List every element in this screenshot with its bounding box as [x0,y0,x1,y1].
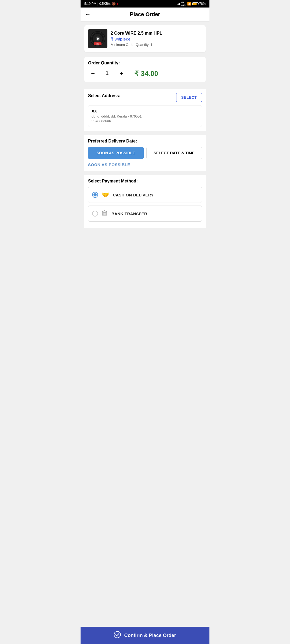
status-right: VoWiFi 📶 78% [176,1,206,7]
delivery-label: Preferred Delivery Date: [88,139,202,144]
total-price: ₹ 34.00 [134,69,158,78]
main-content: HPL 2 Core WIRE 2.5 mm HPL ₹ 34/piece Mi… [81,21,209,255]
time-display: 5:19 PM [84,2,96,6]
decrement-button[interactable]: − [88,69,98,78]
delivery-section: Preferred Delivery Date: SOON AS POSSIBL… [84,135,206,171]
svg-point-3 [97,38,99,40]
radio-cod-inner [93,193,97,196]
increment-button[interactable]: + [117,69,126,78]
wire-reel-svg: HPL [90,31,106,47]
payment-option-cod[interactable]: 🤝 CASH ON DELIVERY [88,187,202,203]
bank-icon: 🏛 [102,210,108,217]
product-price: ₹ 34/piece [111,37,202,42]
address-line1: dd, d, dddd, dd, Kerala - 676551 [92,114,198,118]
quantity-row: − 1 + ₹ 34.00 [88,69,202,78]
battery-percent: 78% [199,2,206,6]
svg-text:HPL: HPL [96,43,99,45]
page-title: Place Order [94,11,196,17]
product-info: 2 Core WIRE 2.5 mm HPL ₹ 34/piece Minimu… [111,31,202,47]
cod-label: CASH ON DELIVERY [113,193,154,197]
cash-icon: 🤝 [102,191,109,198]
address-header-row: Select Address: SELECT [88,93,202,102]
quantity-value: 1 [103,70,111,77]
address-phone: 9048883006 [92,119,198,123]
product-image: HPL [88,29,107,48]
verify-icon [114,631,121,638]
payment-label: Select Payment Method: [88,179,202,184]
divider-2 [84,132,206,134]
vowifi-label: VoWiFi [181,1,186,7]
header: ← Place Order [81,8,209,21]
svg-point-8 [114,631,121,638]
quantity-label: Order Quantity: [88,61,202,65]
confirm-label: Confirm & Place Order [124,633,176,638]
radio-bank [92,211,98,217]
address-label: Select Address: [88,93,120,98]
radio-cod [92,192,98,198]
select-date-time-button[interactable]: SELECT DATE & TIME [146,147,202,159]
product-card: HPL 2 Core WIRE 2.5 mm HPL ₹ 34/piece Mi… [84,25,206,52]
wifi-icon: 📶 [187,2,191,6]
bank-label: BANK TRANSFER [111,211,147,216]
address-name: XX [92,109,198,113]
address-box: XX dd, d, dddd, dd, Kerala - 676551 9048… [88,105,202,127]
divider-1 [84,87,206,89]
confirm-bar[interactable]: Confirm & Place Order [81,627,209,644]
pinterest-icon: ● [117,2,119,5]
payment-option-bank[interactable]: 🏛 BANK TRANSFER [88,206,202,222]
soon-as-possible-button[interactable]: SOON AS POSSIBLE [88,147,144,159]
divider-3 [84,172,206,174]
network-speed: | [97,2,98,6]
delivery-selected-text: SOON AS POSSIBLE [88,162,202,167]
battery-icon [192,2,198,5]
status-bar: 5:19 PM | 0.5KB/s 🔕 ● VoWiFi 📶 78% [81,0,209,8]
quantity-section: Order Quantity: − 1 + ₹ 34.00 [84,57,206,82]
product-moq: Minimum Order Quantity: 1 [111,43,202,47]
product-name: 2 Core WIRE 2.5 mm HPL [111,31,202,36]
signal-icon [176,2,180,5]
back-button[interactable]: ← [85,12,91,17]
mute-icon: 🔕 [112,2,116,6]
network-speed-value: 0.5KB/s [99,2,111,6]
confirm-icon [114,631,121,640]
delivery-options: SOON AS POSSIBLE SELECT DATE & TIME [88,147,202,159]
payment-section: Select Payment Method: 🤝 CASH ON DELIVER… [84,175,206,228]
address-section: Select Address: SELECT XX dd, d, dddd, d… [84,89,206,131]
select-address-button[interactable]: SELECT [176,93,202,102]
status-left: 5:19 PM | 0.5KB/s 🔕 ● [84,2,119,6]
